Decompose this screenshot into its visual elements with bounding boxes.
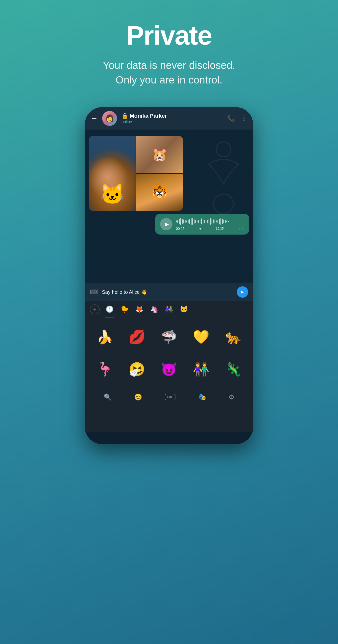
sticker-hearts[interactable]: 💛	[186, 322, 216, 352]
contact-name: 🔒 Monika Parker	[121, 113, 222, 119]
hero-title: Private	[126, 20, 212, 51]
hero-subtitle: Your data is never disclosed. Only you a…	[103, 58, 235, 88]
sticker-flamingo[interactable]: 🦩	[90, 354, 120, 384]
sticker-tab-fox[interactable]: 🦊	[134, 304, 144, 314]
sticker-tabs: + 🕐 🐤 🦊 🦄 👫 🐱	[85, 301, 253, 318]
contact-status: online	[121, 120, 222, 124]
sticker-icon[interactable]: 🎭	[198, 393, 206, 401]
message-input[interactable]: Say hello to Alice 👋	[102, 289, 233, 295]
add-sticker-tab[interactable]: +	[90, 304, 100, 314]
photo-cat	[89, 136, 136, 211]
contact-info: 🔒 Monika Parker online	[121, 113, 222, 124]
voice-duration: 00:15	[176, 227, 185, 230]
header-icons: 📞 ⋮	[227, 114, 247, 122]
sticker-tab-couple[interactable]: 👫	[164, 304, 174, 314]
sticker-bottom-bar: 🔍 😊 GIF 🎭 ⚙	[85, 388, 253, 406]
keyboard-toggle[interactable]: ⌨	[90, 288, 98, 296]
chat-body: 🐹 🐯 ▶ 00:15 ● 15:35 ✓✓	[85, 130, 253, 283]
send-button[interactable]: ➤	[237, 286, 248, 298]
gif-button[interactable]: GIF	[165, 394, 175, 400]
sticker-devil[interactable]: 😈	[154, 354, 184, 384]
play-button[interactable]: ▶	[160, 218, 172, 230]
play-icon: ▶	[165, 221, 169, 227]
lock-icon: 🔒	[121, 113, 130, 119]
input-bar: ⌨ Say hello to Alice 👋 ➤	[85, 283, 253, 301]
photo-hamster: 🐹	[136, 136, 183, 173]
sticker-tab-cat[interactable]: 🐱	[179, 304, 189, 314]
sticker-panel: + 🕐 🐤 🦊 🦄 👫 🐱 🍌 💋 🦈 💛 🐆 🦩 🤧 😈 👫 🦎	[85, 301, 253, 432]
photo-tiger: 🐯	[136, 174, 183, 211]
sticker-leopard[interactable]: 🐆	[218, 322, 248, 352]
phone-screen: ← 👩 🔒 Monika Parker online 📞 ⋮ 🐹 🐯	[85, 107, 253, 444]
subtitle-line2: Only you are in control.	[116, 74, 222, 86]
chat-header: ← 👩 🔒 Monika Parker online 📞 ⋮	[85, 107, 253, 130]
phone-mockup: ← 👩 🔒 Monika Parker online 📞 ⋮ 🐹 🐯	[85, 107, 253, 444]
sticker-tab-recent[interactable]: 🕐	[105, 304, 115, 314]
sticker-lizard[interactable]: 🦎	[218, 354, 248, 384]
sticker-shark[interactable]: 🦈	[154, 322, 184, 352]
settings-icon[interactable]: ⚙	[229, 393, 234, 401]
photo-grid-message: 🐹 🐯	[89, 136, 183, 211]
sticker-kiss[interactable]: 💋	[122, 322, 152, 352]
send-icon: ➤	[240, 289, 244, 295]
subtitle-line1: Your data is never disclosed.	[103, 60, 235, 71]
back-button[interactable]: ←	[91, 114, 98, 122]
chat-bg-pattern	[199, 134, 248, 234]
sticker-orange[interactable]: 🤧	[122, 354, 152, 384]
emoji-icon[interactable]: 😊	[134, 393, 142, 401]
sticker-couple2[interactable]: 👫	[186, 354, 216, 384]
contact-avatar: 👩	[102, 111, 117, 126]
call-button[interactable]: 📞	[227, 114, 235, 122]
sticker-tab-unicorn[interactable]: 🦄	[149, 304, 159, 314]
sticker-grid: 🍌 💋 🦈 💛 🐆 🦩 🤧 😈 👫 🦎	[85, 318, 253, 388]
sticker-banana[interactable]: 🍌	[90, 322, 120, 352]
sticker-tab-duck[interactable]: 🐤	[119, 304, 129, 314]
menu-button[interactable]: ⋮	[241, 114, 247, 122]
search-icon[interactable]: 🔍	[104, 393, 112, 401]
